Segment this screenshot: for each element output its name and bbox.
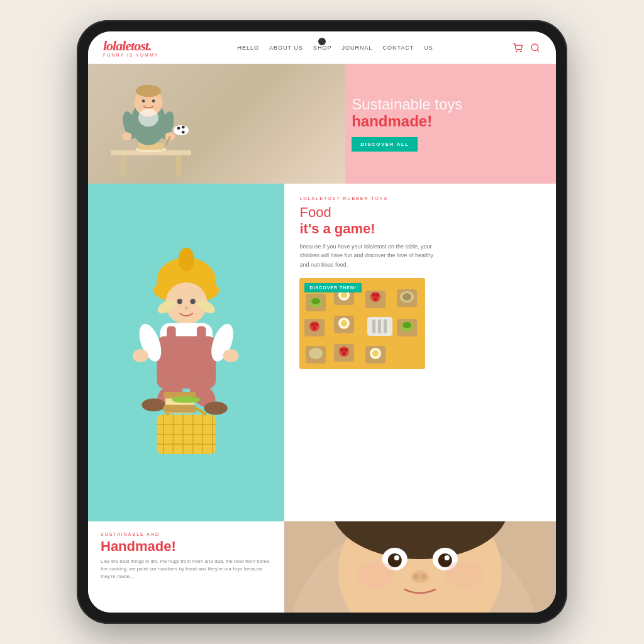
product-image-container: DISCOVER THEM! (299, 278, 425, 369)
svg-point-30 (177, 299, 182, 304)
svg-rect-85 (384, 319, 387, 333)
svg-point-69 (375, 293, 379, 297)
hero-section: Sustainable toys handmade! DISCOVER ALL (88, 64, 556, 184)
nav-shop[interactable]: Shop (313, 45, 332, 51)
bottom-label: SUSTAINABLE AND (101, 532, 272, 536)
header-icons (512, 42, 541, 53)
svg-point-70 (374, 297, 377, 301)
bottom-section: SUSTAINABLE AND Handmade! Like the best … (88, 521, 556, 613)
svg-point-39 (142, 398, 165, 411)
svg-point-107 (438, 553, 452, 567)
svg-point-110 (413, 574, 419, 580)
svg-point-43 (133, 349, 148, 362)
hero-baby-svg (101, 77, 201, 184)
svg-rect-36 (197, 326, 206, 346)
svg-point-21 (177, 126, 180, 130)
logo-text: lolaletost. (103, 38, 158, 54)
baby-face-svg (284, 521, 556, 613)
svg-rect-84 (378, 319, 381, 333)
svg-point-108 (445, 555, 450, 560)
svg-point-26 (179, 248, 194, 271)
svg-rect-35 (167, 326, 176, 346)
bottom-description: Like the best things in life, the hugs f… (101, 558, 272, 580)
svg-point-2 (531, 44, 538, 51)
svg-point-13 (152, 99, 155, 103)
svg-rect-6 (176, 155, 181, 175)
nav-contact[interactable]: Contact (382, 45, 414, 51)
svg-point-88 (402, 322, 411, 328)
bottom-title: Handmade! (101, 539, 272, 554)
svg-point-62 (311, 298, 320, 304)
logo-tagline: funny is yummy (103, 53, 158, 57)
svg-point-98 (372, 350, 379, 357)
svg-point-113 (445, 561, 483, 589)
svg-point-23 (182, 126, 185, 129)
child-playing-svg (88, 184, 284, 521)
svg-rect-57 (164, 405, 196, 413)
website-container: lolaletost. funny is yummy Hello About U… (88, 31, 556, 613)
middle-section: LOLALETOST RUBBER TOYS Food it's a game!… (88, 184, 556, 521)
tablet-screen: lolaletost. funny is yummy Hello About U… (88, 31, 556, 613)
svg-point-111 (421, 574, 427, 580)
svg-point-77 (314, 323, 318, 326)
food-title: Food (299, 204, 541, 221)
svg-point-40 (204, 402, 227, 415)
svg-point-112 (357, 561, 395, 589)
svg-point-1 (521, 51, 521, 52)
discover-badge[interactable]: DISCOVER THEM! (304, 283, 362, 292)
tablet-camera (318, 38, 326, 45)
svg-point-78 (313, 326, 316, 330)
site-header: lolaletost. funny is yummy Hello About U… (88, 31, 556, 64)
hero-title-bold: handmade! (352, 113, 543, 130)
nav-us[interactable]: Us (424, 45, 433, 51)
nav-hello[interactable]: Hello (238, 45, 260, 51)
svg-point-0 (516, 51, 516, 52)
svg-point-93 (340, 348, 344, 352)
food-subtitle: it's a game! (299, 221, 541, 237)
svg-point-31 (190, 299, 195, 304)
svg-point-22 (182, 131, 185, 134)
svg-point-68 (372, 293, 375, 297)
hero-content: Sustainable toys handmade! DISCOVER ALL (345, 64, 556, 184)
svg-point-16 (122, 132, 132, 140)
svg-point-76 (311, 323, 314, 326)
svg-point-44 (223, 349, 239, 362)
svg-point-90 (309, 348, 323, 359)
bottom-left-content: SUSTAINABLE AND Handmade! Like the best … (88, 521, 284, 613)
right-content-panel: LOLALETOST RUBBER TOYS Food it's a game!… (284, 184, 556, 521)
nav-journal[interactable]: Journal (341, 45, 372, 51)
svg-point-95 (342, 352, 346, 355)
left-teal-panel (88, 184, 284, 521)
svg-point-94 (344, 348, 348, 352)
svg-point-104 (388, 553, 402, 567)
svg-point-105 (394, 555, 399, 560)
svg-rect-5 (121, 155, 126, 175)
svg-point-20 (174, 125, 189, 135)
svg-line-3 (537, 50, 539, 52)
section-label: LOLALETOST RUBBER TOYS (299, 196, 541, 201)
logo-area: lolaletost. funny is yummy (103, 38, 158, 57)
bottom-right-image (284, 521, 556, 613)
svg-rect-83 (372, 319, 375, 333)
svg-point-73 (402, 293, 411, 301)
svg-point-65 (341, 292, 347, 298)
svg-point-12 (142, 99, 145, 103)
main-nav: Hello About Us Shop Journal Contact Us (238, 45, 433, 51)
svg-point-19 (138, 109, 158, 127)
tablet-device: lolaletost. funny is yummy Hello About U… (77, 20, 567, 624)
hero-image (88, 64, 345, 184)
svg-point-81 (341, 320, 347, 326)
svg-point-58 (172, 396, 201, 402)
nav-about[interactable]: About Us (269, 45, 303, 51)
svg-point-32 (185, 306, 188, 309)
food-description: because if you have your lolaletost on t… (299, 242, 438, 269)
hero-title-light: Sustainable toys (352, 96, 543, 113)
search-icon[interactable] (530, 42, 541, 53)
discover-all-button[interactable]: DISCOVER ALL (352, 137, 418, 152)
svg-point-11 (136, 85, 161, 97)
cart-icon[interactable] (512, 42, 523, 53)
svg-rect-34 (157, 336, 216, 388)
